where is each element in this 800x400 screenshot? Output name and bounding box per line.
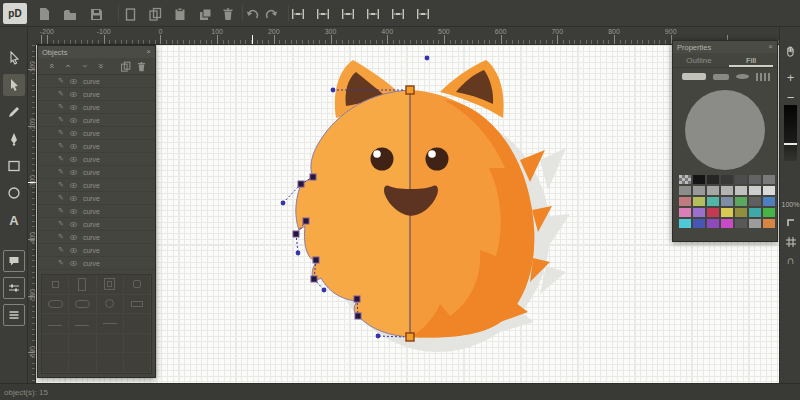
library-shape-tall-rect[interactable] (69, 275, 96, 295)
library-shape-ring[interactable] (97, 295, 124, 315)
edit-pencil-icon[interactable]: ✎ (58, 259, 64, 267)
fill-style-bars[interactable] (756, 73, 770, 81)
zoom-in-icon[interactable]: + (782, 69, 799, 86)
clone-stack-icon[interactable] (194, 4, 216, 23)
object-row[interactable]: ✎curve (38, 231, 155, 244)
edit-pencil-icon[interactable]: ✎ (58, 116, 64, 124)
close-icon[interactable]: × (146, 48, 151, 56)
library-shape-rounded-square[interactable] (124, 275, 151, 295)
tab-outline[interactable]: Outline (673, 53, 725, 67)
color-swatch[interactable] (749, 219, 761, 228)
object-row[interactable]: ✎curve (38, 75, 155, 88)
tab-fill[interactable]: Fill (725, 53, 777, 67)
color-swatch[interactable] (763, 197, 775, 206)
body-left-half[interactable] (296, 90, 410, 337)
distribute-left-icon[interactable] (387, 4, 409, 23)
color-swatch[interactable] (735, 208, 747, 217)
fill-style-solid-wide[interactable] (682, 73, 706, 80)
pen-tool[interactable] (3, 128, 25, 150)
object-row[interactable]: ✎curve (38, 205, 155, 218)
color-swatch[interactable] (735, 186, 747, 195)
color-swatch[interactable] (763, 186, 775, 195)
visibility-eye-icon[interactable] (69, 254, 78, 270)
lower-icon[interactable]: › (77, 60, 92, 73)
object-row[interactable]: ✎curve (38, 88, 155, 101)
new-file-icon[interactable] (33, 4, 55, 23)
bezier-handle-dot[interactable] (425, 56, 430, 61)
trash-icon[interactable] (217, 4, 239, 23)
path-anchor-point[interactable] (303, 218, 309, 224)
color-swatch[interactable] (707, 219, 719, 228)
color-swatch[interactable] (707, 197, 719, 206)
color-swatch[interactable] (721, 186, 733, 195)
edit-pencil-icon[interactable]: ✎ (58, 103, 64, 111)
undo-icon[interactable] (241, 4, 263, 23)
text-tool[interactable]: A (3, 209, 25, 231)
object-row[interactable]: ✎curve (38, 127, 155, 140)
pan-hand-icon[interactable] (782, 43, 799, 60)
edit-pencil-icon[interactable]: ✎ (58, 77, 64, 85)
zoom-out-icon[interactable]: − (782, 89, 799, 106)
library-shape-small-rect[interactable] (124, 295, 151, 315)
path-anchor-point[interactable] (293, 231, 299, 237)
fill-style-solid-medium[interactable] (713, 74, 729, 80)
edit-pencil-icon[interactable]: ✎ (58, 233, 64, 241)
library-shape-framed-rect[interactable] (97, 275, 124, 295)
edit-pencil-icon[interactable]: ✎ (58, 246, 64, 254)
color-swatch[interactable] (707, 186, 719, 195)
align-center-horizontal-icon[interactable] (312, 4, 334, 23)
color-swatch[interactable] (693, 219, 705, 228)
library-shape-wide-pill[interactable] (42, 295, 69, 315)
edit-pencil-icon[interactable]: ✎ (58, 90, 64, 98)
transparent-swatch[interactable] (679, 175, 691, 184)
save-file-icon[interactable] (85, 4, 107, 23)
color-swatch[interactable] (707, 208, 719, 217)
color-swatch[interactable] (749, 197, 761, 206)
color-swatch[interactable] (749, 186, 761, 195)
bezier-handle-dot[interactable] (281, 201, 286, 206)
color-swatch[interactable] (749, 208, 761, 217)
edit-pencil-icon[interactable]: ✎ (58, 142, 64, 150)
edit-pencil-icon[interactable]: ✎ (58, 181, 64, 189)
color-swatch[interactable] (763, 175, 775, 184)
color-swatch[interactable] (693, 186, 705, 195)
color-swatch[interactable] (679, 197, 691, 206)
color-swatch[interactable] (693, 208, 705, 217)
library-shape-wave[interactable] (42, 314, 69, 334)
bezier-handle-dot[interactable] (376, 334, 381, 339)
object-row[interactable]: ✎curve (38, 257, 155, 270)
object-row[interactable]: ✎curve (38, 140, 155, 153)
fill-style-ellipse[interactable] (736, 74, 749, 79)
snap-magnet-icon[interactable]: ∩ (782, 251, 799, 268)
paste-clipboard-icon[interactable] (169, 4, 191, 23)
direct-select-tool[interactable] (3, 74, 25, 96)
redo-icon[interactable] (261, 4, 283, 23)
bezier-handle-dot[interactable] (322, 288, 327, 293)
library-shape-dash[interactable] (97, 314, 124, 334)
align-left-icon[interactable] (287, 4, 309, 23)
library-shape-wave[interactable] (69, 314, 96, 334)
close-icon[interactable]: × (768, 43, 773, 51)
open-folder-icon[interactable] (59, 4, 81, 23)
color-swatch[interactable] (679, 208, 691, 217)
lower-to-bottom-icon[interactable]: » (94, 60, 109, 73)
library-shape-small-square[interactable] (42, 275, 69, 295)
edit-pencil-icon[interactable]: ✎ (58, 129, 64, 137)
path-anchor-point[interactable] (313, 257, 319, 263)
pencil-tool[interactable] (3, 101, 25, 123)
bezier-handle-dot[interactable] (331, 88, 336, 93)
color-swatch[interactable] (735, 197, 747, 206)
color-swatch[interactable] (679, 186, 691, 195)
bezier-handle-dot[interactable] (296, 251, 301, 256)
color-swatch[interactable] (763, 219, 775, 228)
path-anchor-point[interactable] (354, 296, 360, 302)
comment-tool[interactable] (3, 250, 25, 272)
selected-anchor-point[interactable] (406, 333, 414, 341)
edit-pencil-icon[interactable]: ✎ (58, 168, 64, 176)
color-swatch[interactable] (679, 219, 691, 228)
object-row[interactable]: ✎curve (38, 153, 155, 166)
zoom-slider[interactable] (784, 105, 797, 161)
color-swatch[interactable] (721, 197, 733, 206)
path-anchor-point[interactable] (355, 313, 361, 319)
color-swatch[interactable] (721, 219, 733, 228)
